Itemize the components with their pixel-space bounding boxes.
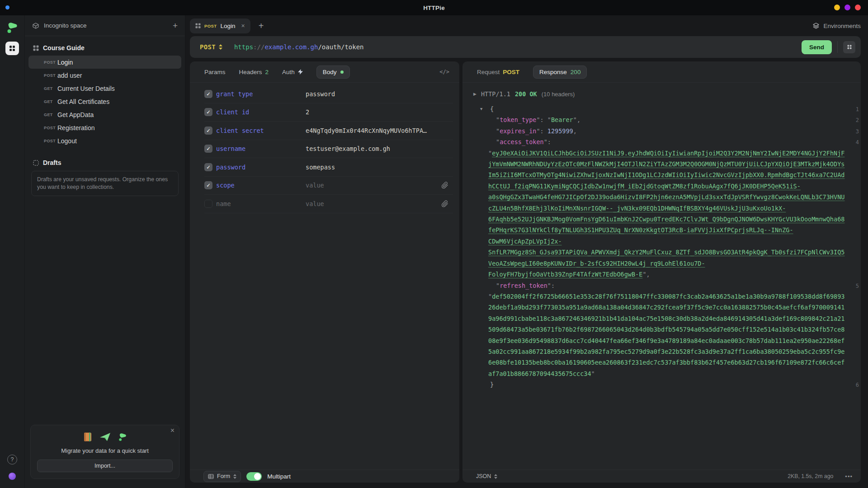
collapse-arrow-icon[interactable]: ▼ (480, 103, 482, 114)
status-code-badge: 200 (571, 69, 581, 75)
request-name: Logout (57, 137, 77, 145)
field-key[interactable]: password (216, 164, 306, 171)
import-button[interactable]: Import... (37, 460, 173, 472)
paperclip-icon[interactable] (441, 200, 448, 207)
headers-count-badge: 2 (265, 69, 269, 75)
body-mode-select[interactable]: Form (203, 471, 241, 482)
request-pane: Params Headers2 Auth Body </> ✓grant_typ… (190, 61, 459, 483)
grid-dots-icon (847, 44, 852, 50)
paperclip-icon[interactable] (441, 182, 448, 189)
json-line: "access_token":4 (488, 136, 845, 147)
method-label: POST (44, 139, 57, 143)
code-view-icon[interactable]: </> (439, 69, 449, 75)
request-name: Get AppData (57, 111, 94, 118)
space-header[interactable]: Incognito space + (25, 15, 185, 36)
drafts-icon (33, 160, 39, 166)
update-indicator-dot[interactable] (5, 5, 9, 9)
row-checkbox[interactable]: ✓ (204, 163, 212, 171)
sort-arrows-icon (233, 474, 236, 479)
response-status-line: ▶ HTTP/1.1 200 OK (10 headers) (462, 83, 861, 98)
multipart-toggle[interactable] (246, 472, 262, 481)
line-number: 2 (850, 115, 859, 126)
left-rail: ? (0, 15, 25, 488)
new-tab-button[interactable]: + (259, 21, 264, 31)
tab-close-icon[interactable]: × (241, 22, 245, 29)
drafts-section[interactable]: Drafts (28, 155, 181, 170)
row-checkbox[interactable]: ✓ (204, 145, 212, 153)
help-button[interactable]: ? (7, 455, 17, 465)
form-row: ✓usernametestuser@example.com.gh (204, 140, 453, 159)
main-area: POST Login × + Environments POST (185, 15, 868, 488)
field-value[interactable]: 2 (306, 108, 448, 116)
minimize-traffic-light[interactable] (834, 5, 840, 10)
collapse-arrow-icon[interactable]: ▶ (473, 92, 476, 96)
response-json: ▼{1"token_type": "Bearer",2"expires_in":… (462, 98, 861, 469)
field-value[interactable]: e4NgTqdy0mIx0r44RcXnNqyMUVo6hTPA… (306, 127, 448, 134)
row-checkbox[interactable]: ✓ (204, 108, 212, 116)
space-name: Incognito space (44, 22, 168, 29)
add-request-icon[interactable]: + (173, 21, 178, 30)
tab-response[interactable]: Response 200 (533, 66, 587, 79)
url-input[interactable]: https://example.com.gh/oauth/token (234, 43, 364, 51)
field-key[interactable]: scope (216, 182, 306, 189)
tab-method: POST (204, 23, 217, 28)
layout-grid-button[interactable] (843, 41, 855, 53)
sidebar-item-get-appdata[interactable]: GETGet AppData (28, 108, 181, 121)
sidebar-item-login[interactable]: POSTLogin (28, 56, 181, 69)
collection-course-guide[interactable]: Course Guide (28, 41, 181, 56)
row-checkbox[interactable]: ✓ (204, 90, 212, 98)
sidebar-item-add-user[interactable]: POSTadd user (28, 69, 181, 82)
incognito-box-icon (32, 22, 39, 29)
notebook-icon (82, 432, 93, 442)
maximize-traffic-light[interactable] (844, 5, 850, 10)
tab-bar: POST Login × + Environments (190, 15, 861, 36)
form-row: ✓passwordsomepass (204, 158, 453, 177)
field-value[interactable]: testuser@example.com.gh (306, 145, 448, 152)
response-tabs: Request POST Response 200 (462, 61, 861, 83)
tab-request[interactable]: Request POST (477, 69, 519, 75)
row-checkbox[interactable]: ✓ (204, 127, 212, 135)
tab-auth[interactable]: Auth (282, 69, 303, 75)
field-value[interactable]: value (306, 200, 438, 207)
line-number: 4 (850, 137, 859, 148)
format-select[interactable]: JSON (476, 473, 497, 479)
method-label: GET (44, 86, 57, 91)
line-number: 1 (850, 104, 859, 115)
field-key[interactable]: client_secret (216, 127, 306, 134)
sidebar-item-current-user-details[interactable]: GETCurrent User Details (28, 82, 181, 95)
app-title: HTTPie (423, 5, 445, 11)
tab-body[interactable]: Body (316, 66, 350, 79)
environments-button[interactable]: Environments (812, 22, 861, 29)
sidebar-item-logout[interactable]: POSTLogout (28, 134, 181, 147)
tab-grid-icon (195, 23, 201, 28)
tab-headers[interactable]: Headers2 (239, 69, 269, 75)
layers-icon (812, 22, 820, 29)
apps-grid-button[interactable] (5, 42, 19, 55)
field-key[interactable]: name (216, 200, 306, 207)
field-key[interactable]: grant_type (216, 90, 306, 98)
row-checkbox[interactable] (204, 200, 212, 208)
more-options-icon[interactable]: ••• (845, 473, 853, 480)
close-icon[interactable]: × (170, 427, 175, 435)
line-number: 6 (850, 380, 859, 390)
collection-name: Course Guide (43, 44, 85, 52)
field-value[interactable]: value (306, 182, 438, 189)
field-value[interactable]: somepass (306, 164, 448, 171)
request-name: Registeration (57, 124, 95, 131)
sidebar-item-get-all-certificates[interactable]: GETGet All Certificates (28, 95, 181, 108)
account-avatar[interactable] (9, 473, 16, 480)
method-selector[interactable]: POST (200, 43, 222, 51)
tab-params[interactable]: Params (204, 69, 226, 75)
sidebar-item-registeration[interactable]: POSTRegisteration (28, 121, 181, 134)
headers-note: (10 headers) (542, 91, 575, 98)
send-button[interactable]: Send (802, 40, 832, 54)
multipart-label: Multipart (267, 473, 291, 480)
method-label: POST (44, 126, 57, 130)
grid-dots-icon (9, 45, 16, 52)
row-checkbox[interactable]: ✓ (204, 181, 212, 189)
field-key[interactable]: username (216, 145, 306, 152)
field-value[interactable]: password (306, 90, 448, 98)
tab-login[interactable]: POST Login × (190, 19, 250, 33)
close-traffic-light[interactable] (855, 5, 861, 10)
field-key[interactable]: client_id (216, 108, 306, 116)
